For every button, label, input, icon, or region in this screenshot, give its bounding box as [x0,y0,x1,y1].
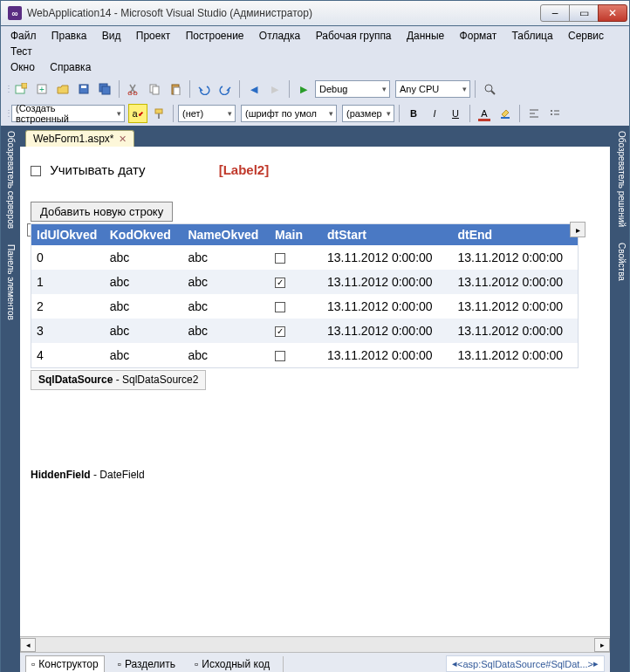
grid-row[interactable]: 3abcabc13.11.2012 0:00:0013.11.2012 0:00… [31,319,578,343]
minimize-button[interactable]: – [540,4,570,22]
col-kod: KodOkved [110,228,188,242]
nav-forward-icon[interactable]: ▶ [265,79,284,99]
main-checkbox[interactable] [275,351,285,361]
maximize-button[interactable]: ▭ [569,4,599,22]
align-icon[interactable] [524,104,544,123]
menu-view[interactable]: Вид [96,28,127,44]
format-painter-icon[interactable] [149,104,168,123]
checkbox-label: Учитывать дату [50,162,145,177]
main-checkbox[interactable] [275,278,285,288]
svg-rect-1 [22,83,27,88]
font-color-icon[interactable]: A [475,104,494,123]
menu-debug[interactable]: Отладка [253,28,306,44]
doc-tab-webform1[interactable]: WebForm1.aspx* ✕ [25,130,134,147]
menu-help[interactable]: Справка [44,59,97,75]
hiddenfield-control[interactable]: HiddenField - DateField [31,469,599,482]
design-surface[interactable]: Учитывать дату [Label2] Добавить новую с… [20,147,610,636]
nav-back-icon[interactable]: ◀ [244,79,264,99]
add-row-button[interactable]: Добавить новую строку [31,202,173,222]
italic-icon[interactable]: I [425,104,444,123]
menu-edit[interactable]: Правка [45,28,93,44]
svg-rect-5 [81,86,86,88]
svg-rect-18 [501,117,510,119]
start-debug-icon[interactable]: ▶ [294,79,313,99]
toolbox-tab[interactable]: Панель элементов [3,244,17,320]
menu-test[interactable]: Тест [4,44,38,59]
smart-tag-arrow-icon[interactable]: ▸ [570,222,585,237]
redo-icon[interactable] [216,79,235,99]
config-combo[interactable]: Debug [315,80,390,98]
solution-explorer-tab[interactable]: Обозреватель решений [613,131,627,227]
label2[interactable]: [Label2] [219,162,270,177]
menu-file[interactable]: Файл [4,28,43,44]
grid-row[interactable]: 1abcabc13.11.2012 0:00:0013.11.2012 0:00… [31,270,578,294]
grid-row[interactable]: 4abcabc13.11.2012 0:00:0013.11.2012 0:00… [31,343,578,367]
highlight-icon[interactable]: a⬋ [128,104,147,123]
main-checkbox[interactable] [275,302,285,312]
grid-row[interactable]: 0abcabc13.11.2012 0:00:0013.11.2012 0:00… [31,245,578,270]
doc-tab-label: WebForm1.aspx* [33,133,113,145]
css-rule-combo[interactable]: (нет) [178,105,236,122]
menu-team[interactable]: Рабочая группа [310,28,398,44]
platform-combo[interactable]: Any CPU [395,80,470,98]
font-size-combo[interactable]: (размер [342,105,394,122]
add-item-icon[interactable]: + [32,79,51,99]
toolbar-grip[interactable]: ⋮ [4,112,10,115]
create-inline-combo[interactable]: (Создать встроенный [11,105,125,122]
menu-data[interactable]: Данные [401,28,450,44]
underline-icon[interactable]: U [446,104,465,123]
svg-rect-13 [174,87,180,95]
svg-point-14 [485,85,492,92]
grid-row[interactable]: 2abcabc13.11.2012 0:00:0013.11.2012 0:00… [31,294,578,319]
svg-rect-11 [153,86,159,94]
horizontal-scrollbar[interactable]: ◂ ▸ [20,636,610,652]
save-all-icon[interactable] [95,79,114,99]
svg-rect-17 [158,113,160,119]
menu-format[interactable]: Формат [454,28,503,44]
scroll-right-icon[interactable]: ▸ [594,638,610,652]
close-tab-icon[interactable]: ✕ [119,134,127,145]
svg-rect-16 [155,109,162,113]
bold-icon[interactable]: B [404,104,423,123]
save-icon[interactable] [74,79,93,99]
standard-toolbar: ⋮ + ◀ ▶ ▶ Debug Any CPU [0,77,630,101]
sqldatasource-control[interactable]: SqlDataSource - SqlDataSource2 [31,370,206,390]
source-view-tab[interactable]: ▫ Исходный код [188,655,276,673]
svg-point-24 [551,113,552,115]
tag-breadcrumb[interactable]: ◂ <asp:SqlDataSource#SqlDat...> ▸ [446,655,605,672]
menu-build[interactable]: Построение [180,28,250,44]
open-icon[interactable] [53,79,72,99]
svg-rect-7 [102,86,110,94]
right-sidebar: Обозреватель решений Свойства [610,126,629,672]
left-sidebar: Обозреватель серверов Панель элементов [1,126,20,672]
menu-bar: Файл Правка Вид Проект Построение Отладк… [0,26,630,77]
gridview[interactable]: IdUlOkved KodOkved NameOkved Main dtStar… [31,223,579,368]
formatting-toolbar: ⋮ (Создать встроенный a⬋ (нет) (шрифт по… [0,101,630,126]
svg-text:+: + [39,85,45,94]
server-explorer-tab[interactable]: Обозреватель серверов [3,131,17,229]
menu-project[interactable]: Проект [130,28,177,44]
cut-icon[interactable] [124,79,143,99]
main-checkbox[interactable] [275,326,285,337]
bg-color-icon[interactable] [496,104,515,123]
menu-window[interactable]: Окно [4,59,41,75]
find-icon[interactable] [480,79,499,99]
toolbar-grip[interactable]: ⋮ [4,87,10,91]
new-project-icon[interactable] [11,79,31,99]
scroll-left-icon[interactable]: ◂ [20,638,36,652]
vs-logo-icon: ∞ [8,6,22,20]
date-checkbox[interactable] [31,166,41,176]
close-button[interactable]: ✕ [598,4,627,22]
undo-icon[interactable] [195,79,214,99]
properties-tab[interactable]: Свойства [613,243,627,281]
design-view-tab[interactable]: ▫ Конструктор [25,655,105,673]
paste-icon[interactable] [166,79,185,99]
document-tabs: WebForm1.aspx* ✕ [20,126,610,147]
font-combo[interactable]: (шрифт по умол [241,105,337,122]
menu-tools[interactable]: Сервис [562,28,610,44]
copy-icon[interactable] [145,79,164,99]
main-checkbox[interactable] [275,253,285,264]
split-view-tab[interactable]: ▫ Разделить [112,655,181,673]
menu-table[interactable]: Таблица [506,28,559,44]
list-icon[interactable] [545,104,565,123]
